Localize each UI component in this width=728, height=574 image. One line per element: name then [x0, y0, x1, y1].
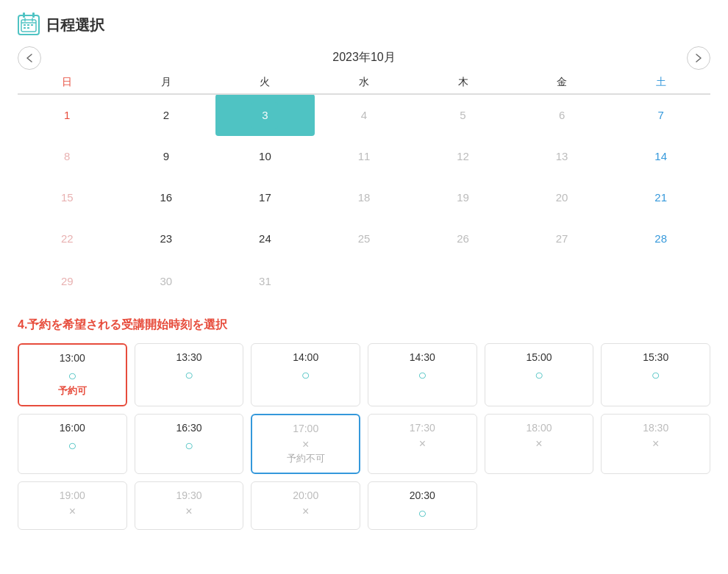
time-1330-label: 13:30 [140, 351, 239, 363]
calendar-day-31: 31 [215, 259, 315, 303]
calendar-day-25: 25 [315, 218, 414, 259]
time-slot-1500[interactable]: 15:00 ○ [485, 343, 594, 406]
calendar-week-4: 22 23 24 25 26 27 28 [18, 218, 710, 259]
time-1800-label: 18:00 [490, 422, 589, 434]
calendar-day-24[interactable]: 24 [215, 218, 315, 259]
time-slot-1330[interactable]: 13:30 ○ [135, 343, 244, 406]
time-1930-cross: × [140, 506, 239, 517]
calendar-day-7[interactable]: 7 [611, 94, 710, 136]
time-1300-circle: ○ [24, 368, 121, 383]
time-1530-label: 15:30 [606, 351, 705, 363]
time-slot-1700[interactable]: 17:00 × 予約不可 [251, 414, 360, 474]
time-slot-1400[interactable]: 14:00 ○ [251, 343, 360, 406]
time-slot-2000: 20:00 × [251, 481, 360, 530]
time-2030-circle: ○ [373, 506, 472, 520]
time-1330-circle: ○ [140, 367, 239, 382]
calendar-day-15: 15 [18, 177, 117, 218]
weekday-mon: 月 [117, 71, 216, 94]
time-slot-1730: 17:30 × [368, 414, 477, 474]
page-title-text: 日程選択 [46, 15, 104, 35]
time-slot-1530[interactable]: 15:30 ○ [601, 343, 710, 406]
calendar-day-28[interactable]: 28 [611, 218, 710, 259]
svg-rect-7 [24, 27, 26, 29]
time-slot-2030[interactable]: 20:30 ○ [368, 481, 477, 530]
time-1900-cross: × [23, 506, 122, 517]
weekday-thu: 木 [413, 71, 513, 94]
time-2030-label: 20:30 [373, 489, 472, 501]
time-slots-row3: 19:00 × 19:30 × 20:00 × 20:30 ○ [18, 481, 710, 530]
calendar-day-empty4 [611, 259, 710, 303]
svg-rect-4 [24, 24, 26, 26]
calendar-day-empty3 [513, 259, 612, 303]
time-2000-cross: × [256, 506, 355, 517]
calendar-day-empty1 [315, 259, 414, 303]
time-1700-label: 17:00 [257, 423, 354, 434]
calendar-table: 日 月 火 水 木 金 土 1 2 3 4 5 6 7 8 9 10 11 12… [18, 71, 710, 303]
time-1830-cross: × [606, 438, 705, 450]
calendar-day-14[interactable]: 14 [611, 136, 710, 177]
time-1630-label: 16:30 [140, 422, 239, 434]
page-title-section: 日程選択 [18, 15, 710, 35]
time-slots-row2: 16:00 ○ 16:30 ○ 17:00 × 予約不可 17:30 × 18:… [18, 414, 710, 474]
calendar-day-16[interactable]: 16 [117, 177, 216, 218]
calendar-day-20: 20 [513, 177, 612, 218]
calendar-day-17[interactable]: 17 [215, 177, 315, 218]
calendar-day-4: 4 [315, 94, 414, 136]
svg-rect-6 [31, 24, 33, 26]
svg-rect-8 [27, 27, 29, 29]
time-slot-1930: 19:30 × [135, 481, 244, 530]
svg-rect-5 [27, 24, 29, 26]
time-slot-1830: 18:30 × [601, 414, 710, 474]
empty-slot-2 [601, 481, 710, 530]
time-2000-label: 20:00 [256, 489, 355, 501]
calendar-day-26: 26 [413, 218, 513, 259]
time-section-heading: 4.予約を希望される受講開始時刻を選択 [18, 318, 710, 333]
time-1900-label: 19:00 [23, 489, 122, 501]
time-slot-1600[interactable]: 16:00 ○ [18, 414, 127, 474]
calendar-day-23[interactable]: 23 [117, 218, 216, 259]
calendar-day-19: 19 [413, 177, 513, 218]
calendar-day-13: 13 [513, 136, 612, 177]
prev-month-button[interactable] [18, 46, 41, 70]
time-1800-cross: × [490, 438, 589, 450]
calendar-day-3[interactable]: 3 [215, 94, 315, 136]
time-1400-circle: ○ [256, 367, 355, 382]
calendar-header-row: 日 月 火 水 木 金 土 [18, 71, 710, 94]
calendar-day-1[interactable]: 1 [18, 94, 117, 136]
weekday-wed: 水 [315, 71, 414, 94]
calendar-week-2: 8 9 10 11 12 13 14 [18, 136, 710, 177]
time-slot-1630[interactable]: 16:30 ○ [135, 414, 244, 474]
weekday-tue: 火 [215, 71, 315, 94]
calendar-week-5: 29 30 31 [18, 259, 710, 303]
time-slot-1430[interactable]: 14:30 ○ [368, 343, 477, 406]
time-1630-circle: ○ [140, 438, 239, 453]
time-1430-label: 14:30 [373, 351, 472, 363]
time-slot-1300[interactable]: 13:00 ○ 予約可 [18, 343, 127, 406]
calendar-day-6: 6 [513, 94, 612, 136]
time-1730-cross: × [373, 438, 472, 450]
calendar-day-11: 11 [315, 136, 414, 177]
time-1930-label: 19:30 [140, 489, 239, 501]
calendar-day-9[interactable]: 9 [117, 136, 216, 177]
time-1730-label: 17:30 [373, 422, 472, 434]
time-1300-status: 予約可 [24, 384, 121, 398]
next-month-button[interactable] [687, 46, 710, 70]
calendar-day-21[interactable]: 21 [611, 177, 710, 218]
calendar-navigation: 2023年10月 [18, 50, 710, 65]
month-label: 2023年10月 [332, 50, 395, 65]
time-1300-label: 13:00 [24, 352, 121, 364]
calendar-day-2[interactable]: 2 [117, 94, 216, 136]
time-1530-circle: ○ [606, 367, 705, 382]
calendar-day-8: 8 [18, 136, 117, 177]
calendar-day-5: 5 [413, 94, 513, 136]
calendar-day-18: 18 [315, 177, 414, 218]
time-1500-circle: ○ [490, 367, 589, 382]
time-1600-circle: ○ [23, 438, 122, 453]
calendar-day-29: 29 [18, 259, 117, 303]
calendar-week-1: 1 2 3 4 5 6 7 [18, 94, 710, 136]
calendar-day-empty2 [413, 259, 513, 303]
time-1830-label: 18:30 [606, 422, 705, 434]
calendar-day-10[interactable]: 10 [215, 136, 315, 177]
calendar-day-12: 12 [413, 136, 513, 177]
time-1700-cross: × [257, 439, 354, 451]
